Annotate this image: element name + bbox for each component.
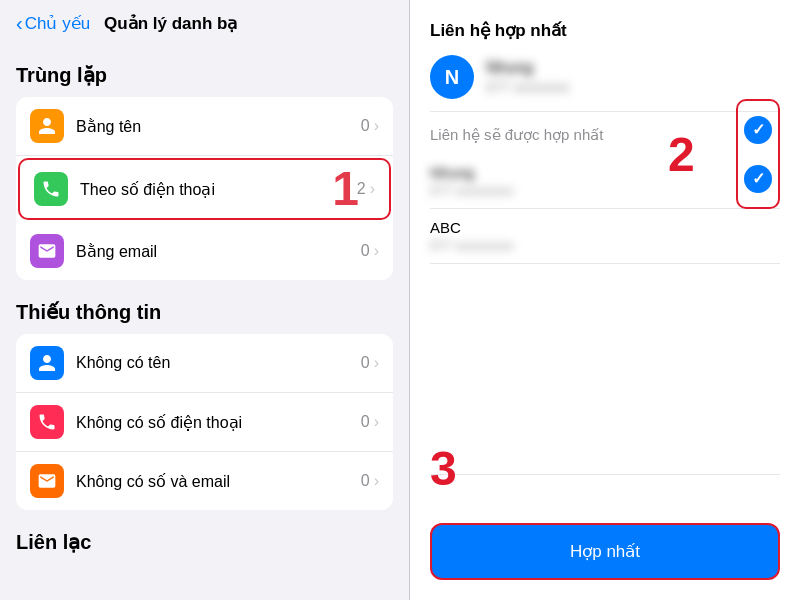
step2-label: 2 [668, 127, 695, 182]
divider [430, 474, 780, 475]
theo-so-label: Theo số điện thoại [80, 180, 357, 199]
khong-so-dt-item[interactable]: Không có số điện thoại 0 › [16, 393, 393, 452]
merge-contact-2-info: ABC 077 xxxxxxxxx [430, 219, 780, 253]
contact-avatar: N [430, 55, 474, 99]
khong-co-ten-count: 0 [361, 354, 370, 372]
will-merge-section: Liên hệ sẽ được hợp nhất Nhung 077 xxxxx… [430, 126, 780, 264]
lien-he-hop-nhat-title: Liên hệ hợp nhất [430, 20, 780, 41]
merge-button[interactable]: Hợp nhất [430, 523, 780, 580]
bang-ten-label: Bằng tên [76, 117, 361, 136]
check-icon-2: ✓ [752, 169, 765, 188]
khong-so-email-item[interactable]: Không có số và email 0 › [16, 452, 393, 510]
khong-so-email-chevron: › [374, 472, 379, 490]
khong-so-email-count: 0 [361, 472, 370, 490]
merge-contact-1-phone: 077 xxxxxxxxx [430, 183, 780, 198]
left-panel: ‹ Chủ yếu Quản lý danh bạ Trùng lặp Bằng… [0, 0, 410, 600]
merged-contact: N Nhung 077 xxxxxxxx [430, 55, 780, 112]
checkbox-container: 2 ✓ ✓ [736, 99, 780, 209]
contact-name-blurred: Nhung [486, 59, 533, 77]
contact-phone: 077 xxxxxxxx [486, 79, 780, 95]
contact-info: Nhung 077 xxxxxxxx [486, 59, 780, 95]
left-content: Trùng lặp Bằng tên 0 › [0, 43, 409, 600]
thieu-thong-tin-header: Thiếu thông tin [16, 300, 393, 324]
merge-contact-2-name: ABC [430, 219, 780, 236]
bang-email-count: 0 [361, 242, 370, 260]
khong-so-dt-label: Không có số điện thoại [76, 413, 361, 432]
back-button[interactable]: ‹ Chủ yếu [16, 12, 90, 35]
khong-co-ten-item[interactable]: Không có tên 0 › [16, 334, 393, 393]
contact-name: Nhung [486, 59, 780, 77]
nav-bar: ‹ Chủ yếu Quản lý danh bạ [0, 0, 409, 43]
bang-ten-item[interactable]: Bằng tên 0 › [16, 97, 393, 156]
theo-so-count: 2 [357, 180, 366, 198]
merge-contacts-container: Nhung 077 xxxxxxxxx ABC 077 xxxxxxxxx [430, 154, 780, 264]
merge-contact-1-name: Nhung [430, 164, 780, 181]
trung-lap-group: Bằng tên 0 › Theo số điện thoại 1 2 › [16, 97, 393, 280]
bottom-section: 3 Hợp nhất [410, 458, 800, 600]
merge-contact-1: Nhung 077 xxxxxxxxx [430, 154, 780, 209]
contact-phone-blurred: 077 xxxxxxxx [486, 79, 569, 95]
khong-so-email-label: Không có số và email [76, 472, 361, 491]
khong-so-dt-icon [30, 405, 64, 439]
back-label: Chủ yếu [25, 13, 90, 34]
check-icon-1: ✓ [752, 120, 765, 139]
checkbox-1[interactable]: ✓ [744, 116, 772, 144]
bang-ten-count: 0 [361, 117, 370, 135]
merge-contact-2-phone: 077 xxxxxxxxx [430, 238, 780, 253]
khong-co-ten-chevron: › [374, 354, 379, 372]
bang-ten-chevron: › [374, 117, 379, 135]
bang-ten-icon [30, 109, 64, 143]
trung-lap-header: Trùng lặp [16, 63, 393, 87]
theo-so-icon [34, 172, 68, 206]
thieu-thong-tin-group: Không có tên 0 › Không có số điện thoại … [16, 334, 393, 510]
merge-contact-1-info: Nhung 077 xxxxxxxxx [430, 164, 780, 198]
right-panel: Liên hệ hợp nhất N Nhung 077 xxxxxxxx Li… [410, 0, 800, 600]
bang-email-label: Bằng email [76, 242, 361, 261]
page-title: Quản lý danh bạ [104, 13, 237, 34]
lien-lac-header: Liên lạc [16, 530, 393, 554]
bang-email-chevron: › [374, 242, 379, 260]
khong-so-dt-chevron: › [374, 413, 379, 431]
theo-so-item[interactable]: Theo số điện thoại 1 2 › [18, 158, 391, 220]
right-content: Liên hệ hợp nhất N Nhung 077 xxxxxxxx Li… [410, 0, 800, 458]
checkbox-2[interactable]: ✓ [744, 165, 772, 193]
khong-co-ten-icon [30, 346, 64, 380]
theo-so-chevron: › [370, 180, 375, 198]
step3-label: 3 [430, 441, 457, 496]
back-icon: ‹ [16, 12, 23, 35]
khong-so-dt-count: 0 [361, 413, 370, 431]
will-merge-title: Liên hệ sẽ được hợp nhất [430, 126, 780, 144]
bang-email-icon [30, 234, 64, 268]
khong-co-ten-label: Không có tên [76, 354, 361, 372]
merge-contact-2: ABC 077 xxxxxxxxx [430, 209, 780, 264]
bang-email-item[interactable]: Bằng email 0 › [16, 222, 393, 280]
khong-so-email-icon [30, 464, 64, 498]
